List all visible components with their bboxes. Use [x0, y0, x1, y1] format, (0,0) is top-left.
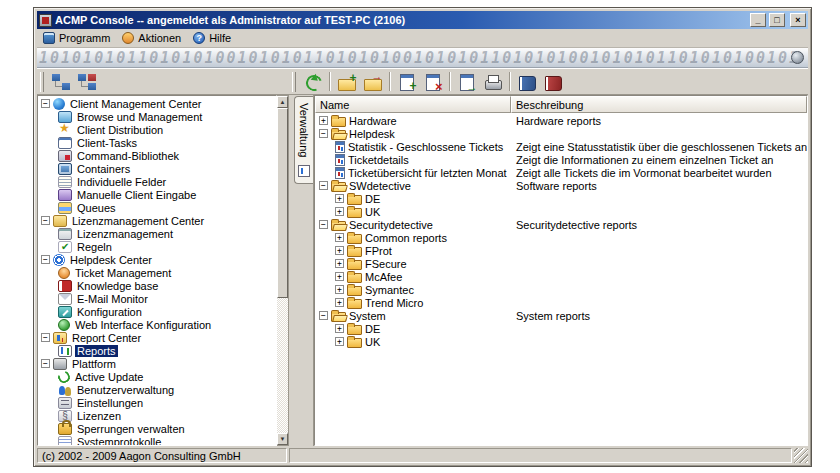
sidebar-tree-item[interactable]: Reports [38, 344, 276, 357]
report-row[interactable]: + FProt [315, 244, 807, 257]
sidebar-tree-item[interactable]: Benutzerverwaltung [38, 383, 276, 396]
sidebar-tree-item[interactable]: Client Distribution [38, 123, 276, 136]
tree-toggle[interactable]: − [41, 99, 50, 108]
sidebar-tree-item[interactable]: Ticket Management [38, 266, 276, 279]
sidebar-item-label: Web Interface Konfiguration [73, 319, 213, 331]
tree-toggle[interactable]: − [41, 359, 50, 368]
sidebar-tree-item[interactable]: Sperrungen verwalten [38, 422, 276, 435]
sidebar-tree-item[interactable]: − Lizenzmanagement Center [38, 214, 276, 227]
report-row[interactable]: − System System reports [315, 309, 807, 322]
tree-toggle[interactable]: − [319, 311, 328, 320]
sidebar-scrollbar[interactable]: ▲ ▼ [277, 95, 289, 446]
toolbar-gripper[interactable] [40, 72, 44, 92]
tree-toggle[interactable]: − [319, 220, 328, 229]
tree-toggle[interactable]: + [335, 259, 344, 268]
scrollbar-track[interactable] [277, 298, 288, 433]
sidebar-tree-item[interactable]: Lizenzmanagement [38, 227, 276, 240]
web-config-icon [58, 319, 70, 331]
report-row[interactable]: − SWdetective Software reports [315, 179, 807, 192]
report-row[interactable]: − Helpdesk [315, 127, 807, 140]
report-row[interactable]: + DE [315, 192, 807, 205]
delete-report-button[interactable] [420, 70, 445, 94]
maximize-button[interactable]: □ [769, 13, 785, 27]
sidebar-tree-item[interactable]: E-Mail Monitor [38, 292, 276, 305]
report-row[interactable]: + Trend Micro [315, 296, 807, 309]
sidebar-item-label: Konfiguration [75, 306, 144, 318]
sidebar-tree-item[interactable]: Client-Tasks [38, 136, 276, 149]
tree-toggle[interactable]: + [335, 337, 344, 346]
scroll-up-button[interactable]: ▲ [277, 96, 288, 108]
tree-toggle[interactable]: + [319, 116, 328, 125]
report-row[interactable]: + DE [315, 322, 807, 335]
report-row[interactable]: + UK [315, 205, 807, 218]
tree-toggle[interactable]: − [319, 129, 328, 138]
scroll-down-button[interactable]: ▼ [277, 433, 288, 445]
edit-folder-button[interactable] [360, 70, 385, 94]
sidebar-tree-item[interactable]: − Report Center [38, 331, 276, 344]
tree-toggle[interactable]: − [41, 255, 50, 264]
sidebar-tree-item[interactable]: Lizenzen [38, 409, 276, 422]
new-folder-button[interactable] [334, 70, 359, 94]
tree-toggle[interactable]: + [335, 233, 344, 242]
tree-toggle[interactable]: + [335, 285, 344, 294]
sidebar-tree-item[interactable]: Manuelle Client Eingabe [38, 188, 276, 201]
sidebar-item-label: Containers [75, 163, 132, 175]
tree-toggle[interactable]: + [335, 324, 344, 333]
sidebar-tree-item[interactable]: Systemprotokolle [38, 435, 276, 446]
sidebar-tree-item[interactable]: − Helpdesk Center [38, 253, 276, 266]
report-row[interactable]: Ticketdetails Zeigt die Informationen zu… [315, 153, 807, 166]
report-library-button[interactable] [540, 70, 565, 94]
toolbar-gripper[interactable] [292, 72, 296, 92]
sidebar-tree-item[interactable]: Knowledge base [38, 279, 276, 292]
sidebar-tree-item[interactable]: Queues [38, 201, 276, 214]
scrollbar-thumb[interactable] [277, 108, 288, 298]
tree-toggle[interactable]: − [41, 333, 50, 342]
new-report-button[interactable] [394, 70, 419, 94]
report-row[interactable]: Statistik - Geschlossene Tickets Zeigt e… [315, 140, 807, 153]
report-row[interactable]: − Securitydetective Securitydetective re… [315, 218, 807, 231]
sidebar-tree-item[interactable]: Regeln [38, 240, 276, 253]
report-row[interactable]: + McAfee [315, 270, 807, 283]
sidebar-tree-item[interactable]: Web Interface Konfiguration [38, 318, 276, 331]
column-header-name[interactable]: Name [315, 96, 511, 113]
titlebar[interactable]: ACMP Console -- angemeldet als Administr… [37, 11, 808, 29]
sidebar-item-label: Benutzerverwaltung [75, 384, 176, 396]
tree-toggle[interactable]: + [335, 194, 344, 203]
sidebar-tree-item[interactable]: − Plattform [38, 357, 276, 370]
report-row[interactable]: + FSecure [315, 257, 807, 270]
tab-verwaltung[interactable]: Verwaltung [294, 96, 313, 184]
minimize-button[interactable]: _ [750, 13, 766, 27]
tree-structure-button[interactable] [74, 70, 99, 94]
menu-hilfe[interactable]: Hilfe [189, 31, 237, 45]
sidebar-tree-item[interactable]: Containers [38, 162, 276, 175]
report-designer-button[interactable] [514, 70, 539, 94]
resize-grip[interactable] [794, 448, 808, 463]
sidebar-tree-item[interactable]: Command-Bibliothek [38, 149, 276, 162]
report-row[interactable]: + Common reports [315, 231, 807, 244]
report-row[interactable]: + Hardware Hardware reports [315, 114, 807, 127]
refresh-button[interactable] [300, 70, 325, 94]
close-button[interactable]: × [790, 13, 806, 27]
helpdesk-center-icon [53, 254, 65, 266]
sidebar-tree-item[interactable]: Browse und Management [38, 110, 276, 123]
sidebar-tree-item[interactable]: Konfiguration [38, 305, 276, 318]
tree-toggle[interactable]: + [335, 246, 344, 255]
sidebar-tree-item[interactable]: Einstellungen [38, 396, 276, 409]
tree-toggle[interactable]: − [41, 216, 50, 225]
print-report-button[interactable] [480, 70, 505, 94]
sidebar-tree-item[interactable]: Individuelle Felder [38, 175, 276, 188]
sidebar-tree-item[interactable]: Active Update [38, 370, 276, 383]
import-report-button[interactable] [454, 70, 479, 94]
tree-toggle[interactable]: + [335, 207, 344, 216]
tree-toggle[interactable]: + [335, 298, 344, 307]
menu-aktionen[interactable]: Aktionen [118, 31, 187, 45]
tree-toggle[interactable]: + [335, 272, 344, 281]
report-row[interactable]: + UK [315, 335, 807, 348]
report-row[interactable]: Ticketübersicht für letzten Monat Zeigt … [315, 166, 807, 179]
tree-toggle[interactable]: − [319, 181, 328, 190]
report-row[interactable]: + Symantec [315, 283, 807, 296]
column-header-description[interactable]: Beschreibung [511, 96, 807, 113]
sidebar-tree-item[interactable]: − Client Management Center [38, 97, 276, 110]
menu-programm[interactable]: Programm [39, 31, 116, 45]
expand-tree-button[interactable] [48, 70, 73, 94]
